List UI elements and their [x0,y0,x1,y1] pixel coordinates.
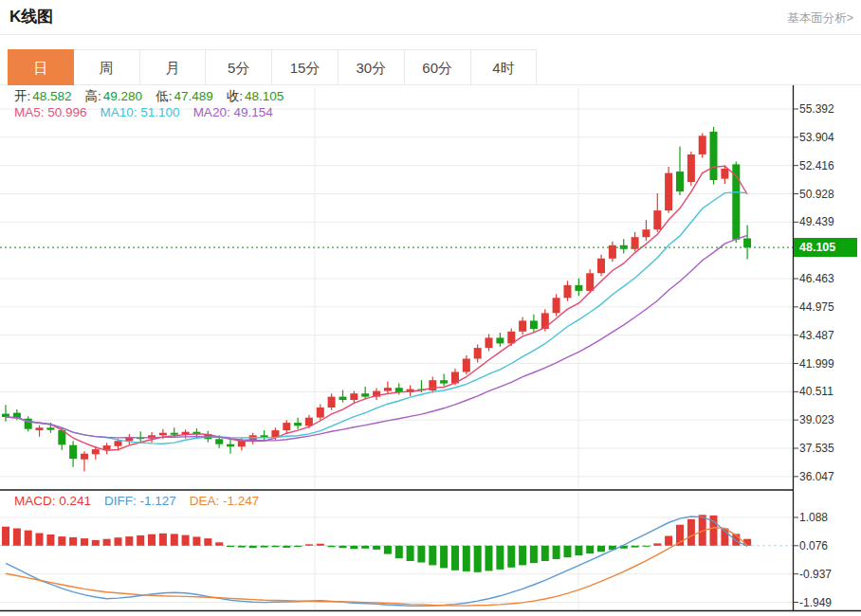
y-axis-label: 53.904 [799,131,834,144]
macd-bar [553,546,560,559]
candle [159,433,167,436]
macd-bar [474,546,482,572]
candle [46,427,54,429]
candle [2,414,9,417]
candle [564,285,572,298]
info-item: MA20: 49.154 [193,105,273,119]
tab-月[interactable]: 月 [140,49,207,85]
candle [743,239,751,248]
candle [586,273,594,291]
tab-60分[interactable]: 60分 [405,49,471,85]
info-item: 高:49.280 [85,89,143,103]
candle [115,441,122,445]
macd-bar [261,546,268,548]
macd-bar [451,546,459,571]
y-axis-label: 43.487 [799,329,834,342]
macd-info: MACD: 0.241DIFF: -1.127DEA: -1.247 [14,494,272,508]
candle [541,313,549,329]
info-item: DIFF: -1.127 [104,494,176,508]
y-axis-label: 41.999 [799,357,834,371]
ma-info: MA5: 50.996MA10: 51.100MA20: 49.154 [14,105,286,119]
macd-bar [417,546,425,563]
tab-日[interactable]: 日 [8,49,74,85]
candle [519,320,526,331]
macd-bar [597,546,605,553]
y-axis-label: 44.975 [799,300,834,314]
candle [597,259,605,273]
y-axis-label: 0.076 [799,539,828,553]
macd-bar [192,536,200,545]
candle [642,229,650,237]
macd-bar [204,538,211,546]
candle [575,285,582,291]
candle [171,433,178,435]
ma10-line [6,192,747,444]
candle [721,169,728,179]
macd-bar [665,536,672,546]
tab-5分[interactable]: 5分 [206,49,272,85]
candle [676,172,684,191]
macd-bar [373,546,380,550]
candle [440,380,448,383]
current-price-badge: 48.105 [794,238,857,257]
y-axis-label: 52.416 [799,159,834,172]
macd-bar [530,546,538,563]
candle [553,298,560,313]
info-item: 开:48.582 [14,89,72,103]
candle [530,320,538,329]
candle [215,439,223,444]
macd-bar [463,546,470,571]
y-axis-label: 39.023 [799,413,834,426]
macd-bar [46,534,54,546]
macd-bar [271,546,279,548]
tab-4时[interactable]: 4时 [471,49,538,85]
macd-bar [328,546,336,548]
candle [36,427,44,430]
macd-bar [215,542,223,546]
y-axis-label: 46.463 [799,272,834,285]
macd-bar [507,546,515,568]
macd-bar [36,534,44,546]
macd-bar [395,546,403,558]
info-item: MACD: 0.241 [14,494,91,508]
macd-bar [159,534,167,546]
tab-30分[interactable]: 30分 [339,49,405,85]
y-axis-label: -1.949 [799,596,832,609]
macd-bar [305,544,313,546]
candle [653,210,661,229]
candle [339,397,347,400]
macd-bar [687,519,695,546]
macd-bar [339,546,347,548]
macd-bar [103,539,111,546]
candle [474,348,482,358]
macd-bar [227,546,234,547]
candle [350,393,357,400]
macd-bar [519,546,526,566]
macd-bar [429,546,436,566]
macd-bar [642,546,650,547]
macd-bar [384,546,392,554]
macd-bar [283,546,290,548]
candle [317,408,324,418]
candle [283,423,290,430]
y-axis-label: 36.047 [799,470,834,483]
candle [699,136,706,154]
macd-bar [69,537,77,546]
candle [361,393,369,396]
macd-bar [496,546,504,570]
interval-tabbar: 日周月5分15分30分60分4时 [8,49,537,85]
tab-周[interactable]: 周 [74,49,140,85]
y-axis-label: -0.937 [799,568,832,581]
y-axis-label: 40.511 [799,385,834,398]
macd-bar [115,537,122,546]
candle [384,388,392,390]
candle [485,337,493,348]
info-item: 收:48.105 [227,89,284,103]
candle [710,132,718,180]
candle [463,359,470,372]
candle [496,337,504,343]
info-item: MA5: 50.996 [14,105,87,119]
kline-app: K线图 基本面分析> 日周月5分15分30分60分4时 开:48.582高:49… [0,0,861,616]
tab-15分[interactable]: 15分 [272,49,339,85]
candle [305,418,313,426]
